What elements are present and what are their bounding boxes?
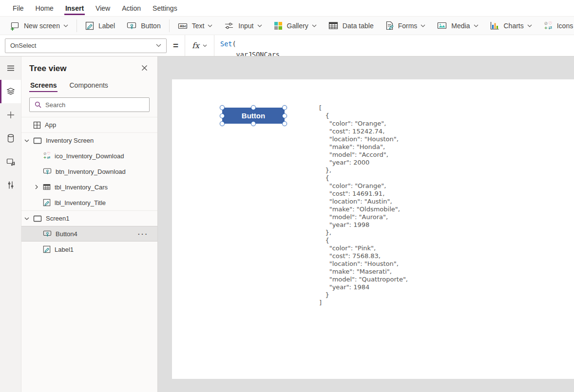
data-table-label: Data table bbox=[343, 22, 374, 30]
resize-handle-middle-left[interactable] bbox=[220, 113, 225, 118]
resize-handle-top-center[interactable] bbox=[251, 105, 256, 110]
canvas-json-label[interactable]: [ { "color": "Orange", "cost": 15242.74,… bbox=[319, 104, 408, 307]
tree-row-label: Button4 bbox=[56, 230, 77, 238]
advanced-tools-icon bbox=[6, 180, 16, 190]
icons-dropdown-label: Icons bbox=[557, 22, 573, 30]
resize-handle-bottom-right[interactable] bbox=[282, 121, 287, 126]
selected-control-bounds: Button bbox=[222, 108, 285, 124]
forms-dropdown[interactable]: Forms bbox=[380, 17, 432, 35]
chevron-down-icon bbox=[208, 24, 212, 27]
tree-row-btn-inventory-download[interactable]: btn_Inventory_Download bbox=[21, 164, 157, 179]
media-dropdown[interactable]: Media bbox=[431, 17, 484, 35]
menu-home[interactable]: Home bbox=[30, 0, 59, 16]
chevron-down-icon bbox=[312, 24, 317, 27]
fx-dropdown[interactable]: fx bbox=[185, 35, 214, 56]
tree-row-lbl-inventory-title[interactable]: lbl_Inventory_Title bbox=[21, 195, 157, 210]
button-button[interactable]: Button bbox=[121, 17, 166, 35]
table-control-icon bbox=[43, 184, 51, 190]
data-table-button[interactable]: Data table bbox=[323, 17, 380, 35]
menu-insert[interactable]: Insert bbox=[59, 0, 90, 16]
tree-row-label: tbl_Inventory_Cars bbox=[55, 184, 108, 191]
charts-dropdown[interactable]: Charts bbox=[484, 17, 538, 35]
charts-icon bbox=[490, 21, 499, 30]
app-canvas[interactable]: Button [ { "color": "Orange", "cost": 15… bbox=[172, 79, 574, 379]
insert-toolbar: New screen Label Button Abc Text Input G… bbox=[0, 17, 574, 35]
search-input[interactable] bbox=[45, 101, 144, 109]
text-icon: Abc bbox=[178, 21, 188, 30]
screen-icon bbox=[33, 215, 42, 222]
chevron-down-icon bbox=[63, 24, 68, 27]
tree-row-tbl-inventory-cars[interactable]: tbl_Inventory_Cars bbox=[21, 179, 157, 195]
svg-text:Abc: Abc bbox=[180, 24, 187, 28]
tree-row-inventory-screen[interactable]: Inventory Screen bbox=[21, 132, 157, 148]
gallery-icon bbox=[274, 21, 283, 30]
app-icon bbox=[33, 121, 41, 129]
tree-row-label: Inventory Screen bbox=[46, 137, 94, 144]
menubar: File Home Insert View Action Settings bbox=[0, 0, 574, 17]
menu-action[interactable]: Action bbox=[116, 0, 147, 16]
label-control-icon bbox=[43, 199, 51, 206]
tree-row-label: Label1 bbox=[55, 246, 74, 253]
menu-icon bbox=[6, 63, 16, 73]
new-screen-icon bbox=[10, 21, 19, 31]
formula-editor[interactable]: Set( varJSONCars bbox=[214, 35, 574, 56]
chevron-down-icon bbox=[203, 44, 207, 47]
rail-item-advanced-tools[interactable] bbox=[0, 173, 21, 197]
tab-screens[interactable]: Screens bbox=[29, 78, 57, 92]
chevron-down-icon[interactable] bbox=[24, 139, 33, 142]
property-selector[interactable]: OnSelect bbox=[5, 38, 167, 53]
toolbar-divider bbox=[169, 19, 170, 32]
rail-item-data[interactable] bbox=[0, 127, 21, 150]
hamburger-menu-button[interactable] bbox=[0, 56, 21, 80]
button-control-icon bbox=[43, 230, 52, 238]
canvas-button-label: Button bbox=[242, 112, 265, 120]
new-screen-button[interactable]: New screen bbox=[4, 17, 74, 35]
gallery-dropdown[interactable]: Gallery bbox=[268, 17, 323, 35]
arrows-glyph: ⇄ bbox=[548, 26, 553, 30]
input-dropdown-label: Input bbox=[238, 22, 253, 30]
label-icon bbox=[85, 21, 94, 30]
label-button-label: Label bbox=[98, 22, 115, 30]
icons-control-icon: ⊘♡+⇄ bbox=[43, 152, 51, 160]
text-dropdown[interactable]: Abc Text bbox=[172, 17, 219, 35]
tree-row-label1[interactable]: Label1 bbox=[21, 242, 157, 257]
formula-paren: ( bbox=[232, 40, 236, 48]
rail-item-insert[interactable] bbox=[0, 103, 21, 127]
arrows-glyph: ⇄ bbox=[47, 156, 51, 160]
search-icon bbox=[35, 101, 41, 108]
menu-view[interactable]: View bbox=[90, 0, 116, 16]
tree-search[interactable] bbox=[29, 97, 150, 112]
rail-item-media[interactable] bbox=[0, 150, 21, 173]
formula-function: Set bbox=[220, 40, 232, 48]
icons-dropdown[interactable]: ⊘♡+⇄ Icons bbox=[538, 17, 574, 35]
resize-handle-bottom-left[interactable] bbox=[220, 121, 225, 126]
tree-row-ico-inventory-download[interactable]: ⊘♡+⇄ ico_Inventory_Download bbox=[21, 148, 157, 164]
panel-title: Tree view bbox=[29, 64, 67, 74]
resize-handle-bottom-center[interactable] bbox=[251, 121, 256, 126]
row-options-button[interactable]: ··· bbox=[138, 230, 157, 238]
chevron-down-icon[interactable] bbox=[24, 217, 33, 220]
rail-item-tree-view[interactable] bbox=[0, 80, 21, 103]
tree-row-screen1[interactable]: Screen1 bbox=[21, 210, 157, 226]
resize-handle-middle-right[interactable] bbox=[282, 113, 287, 118]
tree-row-label: btn_Inventory_Download bbox=[56, 168, 126, 175]
tree-row-label: Screen1 bbox=[46, 215, 69, 222]
tree-row-app[interactable]: App bbox=[21, 117, 157, 132]
close-panel-button[interactable] bbox=[139, 63, 150, 75]
resize-handle-top-left[interactable] bbox=[220, 105, 225, 110]
icons-icon: ⊘♡+⇄ bbox=[544, 21, 553, 30]
menu-file[interactable]: File bbox=[7, 0, 30, 16]
tab-components[interactable]: Components bbox=[68, 78, 109, 92]
label-button[interactable]: Label bbox=[79, 17, 121, 35]
resize-handle-top-right[interactable] bbox=[282, 105, 287, 110]
forms-dropdown-label: Forms bbox=[398, 22, 418, 30]
menu-settings[interactable]: Settings bbox=[147, 0, 183, 16]
chevron-right-icon[interactable] bbox=[35, 185, 43, 189]
tree-row-button4[interactable]: Button4 ··· bbox=[21, 226, 157, 242]
button-button-label: Button bbox=[141, 22, 160, 30]
tree-view-icon bbox=[6, 87, 16, 96]
formula-bar: OnSelect = fx Set( varJSONCars bbox=[0, 35, 574, 56]
formula-line-2: varJSONCars bbox=[220, 49, 574, 56]
input-dropdown[interactable]: Input bbox=[218, 17, 268, 35]
tree: App Inventory Screen ⊘♡+⇄ ico_Inventory_… bbox=[21, 117, 157, 392]
